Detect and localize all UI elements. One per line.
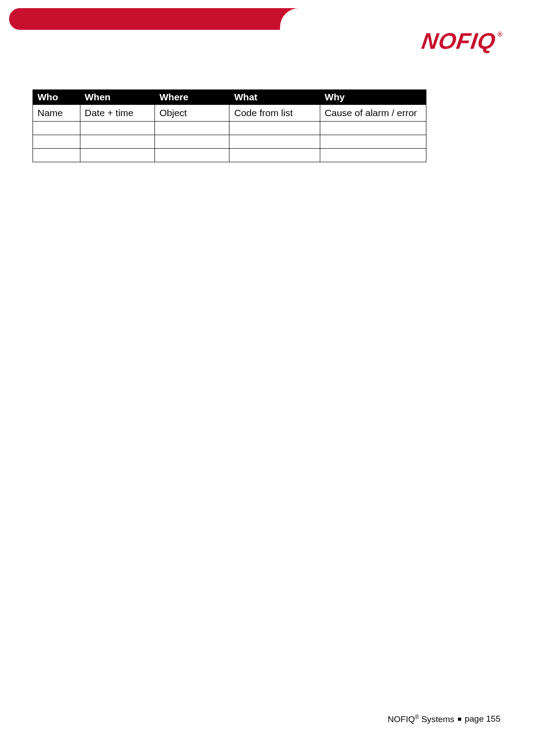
cell: [155, 149, 229, 162]
cell-where-desc: Object: [155, 105, 229, 122]
table-header-what: What: [229, 90, 320, 105]
footer-page-label: page: [465, 714, 484, 723]
cell-why-desc: Cause of alarm / error: [320, 105, 426, 122]
cell-when-desc: Date + time: [80, 105, 154, 122]
log-table: Who When Where What Why Name Date + time…: [33, 89, 426, 162]
cell: [229, 135, 320, 149]
page-content: Who When Where What Why Name Date + time…: [33, 89, 426, 162]
table-header-why: Why: [320, 90, 426, 105]
footer-page-number: 155: [486, 714, 500, 723]
cell: [155, 122, 229, 135]
cell-what-desc: Code from list: [229, 105, 320, 122]
cell: [80, 135, 154, 149]
cell: [33, 135, 80, 149]
cell: [229, 149, 320, 162]
table-descriptor-row: Name Date + time Object Code from list C…: [33, 105, 426, 122]
cell: [80, 122, 154, 135]
table-header-row: Who When Where What Why: [33, 90, 426, 105]
cell: [229, 122, 320, 135]
table-header-who: Who: [33, 90, 80, 105]
footer-brand: NOFIQ® Systems: [388, 714, 454, 724]
table-row: [33, 122, 426, 135]
brand-logo-text: NOFIQ: [421, 30, 497, 52]
cell: [80, 149, 154, 162]
header-banner: NOFIQ ®: [0, 8, 533, 47]
cell: [33, 149, 80, 162]
page-footer: NOFIQ® Systems page 155: [388, 714, 500, 724]
footer-brand-text: NOFIQ: [388, 714, 415, 724]
cell: [33, 122, 80, 135]
cell: [320, 149, 426, 162]
table-row: [33, 135, 426, 149]
footer-systems-label: Systems: [421, 714, 454, 724]
table-header-where: Where: [155, 90, 229, 105]
cell: [320, 135, 426, 149]
cell: [155, 135, 229, 149]
cell: [320, 122, 426, 135]
footer-page: page 155: [465, 714, 500, 724]
cell-who-desc: Name: [33, 105, 80, 122]
table-header-when: When: [80, 90, 154, 105]
footer-separator-icon: [458, 718, 461, 721]
brand-registered-icon: ®: [498, 31, 502, 38]
brand-logo: NOFIQ ®: [422, 30, 502, 52]
table-row: [33, 149, 426, 162]
footer-registered-icon: ®: [415, 714, 419, 720]
